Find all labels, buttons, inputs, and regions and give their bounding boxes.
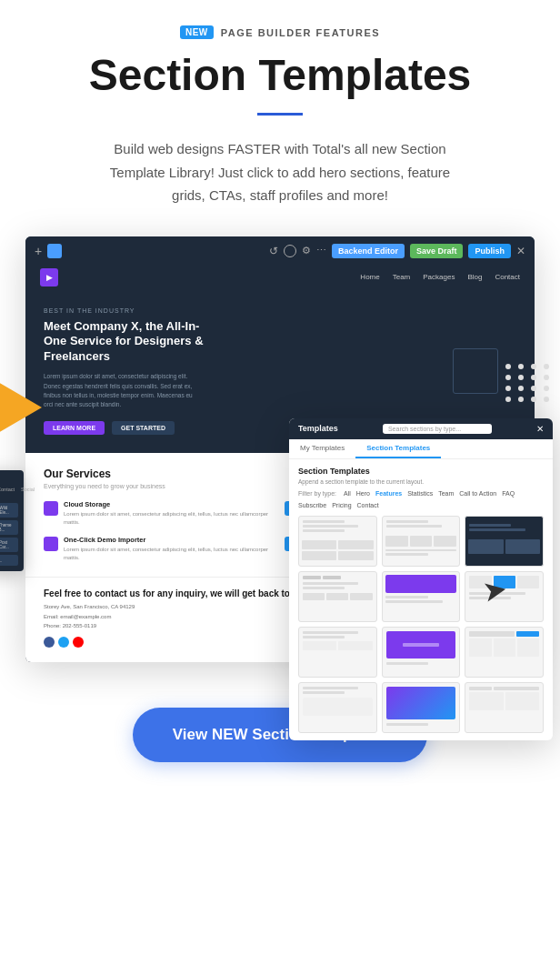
sidebar-item-misc2[interactable]: ... [0,555,18,566]
panel-title: Templates [298,424,338,433]
logo-arrow-icon: ▶ [46,273,53,282]
template-thumb-7[interactable] [298,627,377,678]
hero-description: Lorem ipsum dolor sit amet, consectetur … [44,372,198,410]
sidebar-item-row-3: Animated Textol Post Car... [0,538,18,552]
service-text-3: Lorem ipsum dolor sit amet, consectetur … [64,546,275,562]
dot [531,375,536,380]
template-thumb-9[interactable] [465,627,544,678]
badge-row: NEW PAGE BUILDER FEATURES [180,25,380,39]
toolbar-logo-icon [47,244,62,258]
template-thumb-3[interactable] [465,516,544,567]
site-nav: ▶ Home Team Packages Blog Contact [25,266,535,289]
templates-grid [298,516,544,733]
dot [505,364,511,369]
facebook-icon[interactable] [44,637,55,648]
sidebar-item-wild[interactable]: Wild Ele... [0,503,18,518]
tab-my-templates[interactable]: My Templates [289,439,355,458]
template-thumb-8[interactable] [382,627,461,678]
dot [544,386,549,391]
template-thumb-4[interactable] [298,571,377,622]
nav-link-team[interactable]: Team [393,273,411,281]
dot [505,397,511,402]
nav-link-contact[interactable]: Contact [495,273,520,281]
sidebar-tab-contact[interactable]: Contact [0,486,16,498]
filter-label: Filter by type: [298,490,336,497]
hero-eyebrow: BEST IN THE INDUSTRY [44,307,453,314]
site-logo: ▶ [40,268,58,286]
element-label: ... [0,558,2,563]
tab-section-templates[interactable]: Section Templates [355,439,441,458]
dot [518,397,524,402]
description-text: Build web designs FASTER with Total's al… [107,137,453,207]
save-draft-button[interactable]: Save Draft [410,244,464,258]
youtube-icon[interactable] [73,637,84,648]
sidebar-item-theme-b[interactable]: Theme B... [0,520,18,535]
dot [531,397,536,402]
filter-all[interactable]: All [344,490,351,497]
nav-link-home[interactable]: Home [360,273,379,281]
more-options-icon[interactable]: ⋯ [316,245,326,256]
hero-image [453,348,498,394]
filter-team[interactable]: Team [438,490,454,497]
hero-get-started-button[interactable]: GET STARTED [112,421,175,435]
templates-panel: Templates Search sections by type... ✕ M… [289,418,553,740]
service-item-1: Cloud Storage Lorem ipsum dolor sit amet… [44,500,275,527]
hero-title: Meet Company X, the All-In-One Service f… [44,319,207,366]
sidebar-item-row-1: Flexible Container Wild Ele... [0,503,18,518]
undo-icon[interactable]: ↺ [269,245,278,257]
template-thumb-2[interactable] [382,516,461,567]
filter-pricing[interactable]: Pricing [332,502,351,508]
hero-learn-more-button[interactable]: LEARN MORE [44,421,105,435]
sidebar-item-row-2: Heading Theme B... [0,520,18,535]
filter-statistics[interactable]: Statistics [407,490,433,497]
close-icon[interactable]: ✕ [516,245,525,257]
dot [544,397,549,402]
twitter-icon[interactable] [58,637,69,648]
toolbar-plus-icon[interactable]: + [35,244,42,258]
template-thumb-10[interactable] [298,682,377,733]
panel-search-input[interactable]: Search sections by type... [383,424,492,434]
template-thumb-12[interactable] [465,682,544,733]
publish-button[interactable]: Publish [468,244,511,258]
service-item-3: One-Click Demo Importer Lorem ipsum dolo… [44,536,275,562]
nav-link-packages[interactable]: Packages [423,273,455,281]
decoration-triangle [0,382,42,433]
filter-hero[interactable]: Hero [356,490,370,497]
template-thumb-11[interactable] [382,682,461,733]
hero-text-area: BEST IN THE INDUSTRY Meet Company X, the… [44,307,453,435]
page-title: Section Templates [89,50,472,100]
sidebar-item-post-car[interactable]: Post Car... [0,538,18,552]
add-element-sidebar: Add Element All My Elements Contact Soci… [0,470,24,571]
decoration-dots [505,364,551,402]
dot [505,375,511,380]
filter-contact[interactable]: Contact [357,502,379,508]
filter-cta[interactable]: Call to Action [459,490,496,497]
site-nav-links: Home Team Packages Blog Contact [360,273,520,281]
template-thumb-1[interactable] [298,516,377,567]
dot [531,364,536,369]
new-badge: NEW [180,25,214,39]
element-label: Wild Ele... [0,506,15,515]
panel-close-button[interactable]: ✕ [536,424,544,434]
dot [518,364,524,369]
gear-icon[interactable]: ⚙ [302,245,311,256]
panel-body: Section Templates Append a section templ… [289,459,553,740]
sidebar-items: Flexible Container Wild Ele... Heading T… [0,503,18,566]
sidebar-title: Add Element [0,476,18,482]
filter-subscribe[interactable]: Subscribe [298,502,326,508]
service-icon-3 [44,537,58,551]
dot [505,386,511,391]
filter-features[interactable]: Features [375,490,402,497]
nav-link-blog[interactable]: Blog [467,273,482,281]
sidebar-tab-social[interactable]: Social [19,486,36,498]
dot [518,386,524,391]
service-text-1: Lorem ipsum dolor sit amet, consectetur … [64,510,275,527]
dot [531,386,536,391]
template-thumb-5[interactable] [382,571,461,622]
redo-icon[interactable] [284,245,296,257]
backend-editor-button[interactable]: Backend Editor [332,244,405,258]
element-label: Post Car... [0,540,15,549]
screenshot-wrapper: + ↺ ⚙ ⋯ Backend Editor Save Draft Publis… [25,236,535,663]
panel-header: Templates Search sections by type... ✕ [289,418,553,439]
filter-faq[interactable]: FAQ [502,490,515,497]
